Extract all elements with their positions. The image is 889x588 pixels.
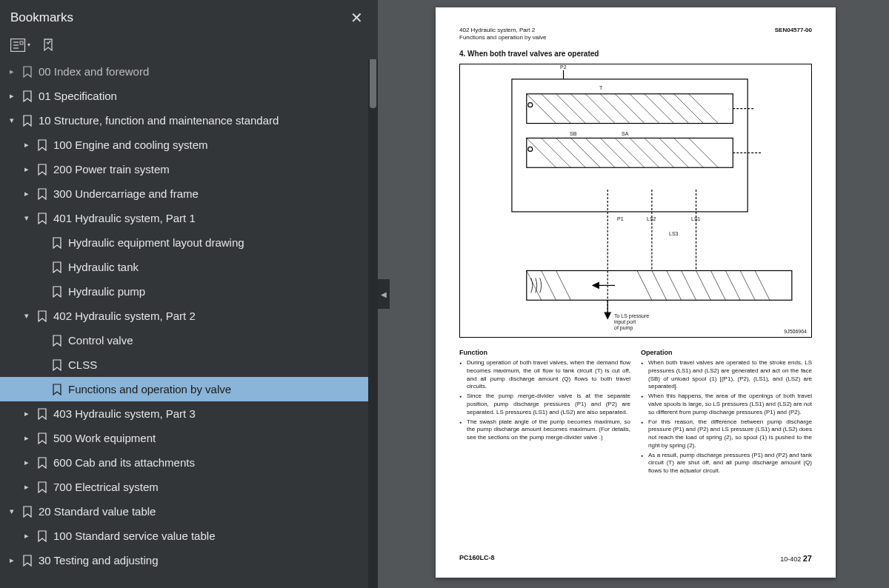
- bookmark-item[interactable]: ▾20 Standard value table: [0, 499, 370, 524]
- bookmark-item[interactable]: ▸500 Work equipment: [0, 426, 370, 450]
- bookmark-item[interactable]: ▾10 Structure, function and maintenance …: [0, 108, 370, 133]
- document-page: 402 Hydraulic system, Part 2 Functions a…: [436, 7, 836, 578]
- operation-column: Operation When both travel valves are op…: [641, 348, 812, 477]
- bookmark-item[interactable]: ▸300 Undercarriage and frame: [0, 181, 370, 206]
- svg-point-19: [528, 147, 533, 151]
- bookmark-item[interactable]: ▸700 Electrical system: [0, 475, 370, 499]
- bookmark-icon: [34, 139, 50, 151]
- bookmark-item[interactable]: ▾402 Hydraulic system, Part 2: [0, 304, 370, 328]
- bookmark-label: Functions and operation by valve: [65, 383, 231, 395]
- operation-item: For this reason, the difference between …: [641, 418, 812, 450]
- bookmark-label: CLSS: [65, 358, 97, 371]
- chevron-right-icon[interactable]: ▸: [19, 140, 34, 150]
- chevron-down-icon[interactable]: ▾: [19, 213, 34, 223]
- bookmark-icon: [19, 115, 36, 127]
- scrollbar-track[interactable]: [368, 59, 378, 588]
- bookmark-label: 402 Hydraulic system, Part 2: [50, 310, 196, 322]
- chevron-right-icon[interactable]: ▸: [4, 67, 19, 76]
- bookmark-icon: [34, 481, 50, 493]
- page-header-left: 402 Hydraulic system, Part 2 Functions a…: [459, 27, 546, 42]
- collapse-handle-icon[interactable]: ◀: [378, 279, 390, 309]
- diagram-label: SA: [622, 131, 628, 136]
- operation-item: When both travel valves are operated to …: [641, 359, 812, 391]
- bookmark-label: 100 Standard service value table: [50, 529, 215, 542]
- document-viewer: 402 Hydraulic system, Part 2 Functions a…: [378, 0, 889, 588]
- bookmark-icon: [34, 213, 50, 224]
- diagram-code: 9J506964: [784, 329, 807, 334]
- bookmark-label: Hydraulic pump: [65, 285, 145, 298]
- diagram-label: To LS pressure: [614, 313, 649, 318]
- bookmark-item[interactable]: ▾401 Hydraulic system, Part 1: [0, 206, 370, 230]
- operation-heading: Operation: [641, 348, 812, 357]
- options-icon[interactable]: [10, 39, 31, 52]
- chevron-right-icon[interactable]: ▸: [4, 555, 19, 565]
- bookmark-icon: [49, 359, 65, 371]
- page-header-line1: 402 Hydraulic system, Part 2: [459, 27, 546, 34]
- bookmark-tree: ▸00 Index and foreword▸01 Specification▾…: [0, 59, 378, 588]
- diagram-label: input port: [614, 319, 636, 324]
- bookmark-label: Hydraulic equipment layout drawing: [65, 236, 244, 249]
- diagram-label: SB: [570, 131, 576, 136]
- bookmark-item[interactable]: ▸100 Standard service value table: [0, 524, 370, 548]
- hydraulic-diagram: P2 T SB SA P1 LS2 LS1 LS3 To LS pressure…: [459, 64, 812, 338]
- bookmark-icon: [34, 310, 50, 322]
- chevron-right-icon[interactable]: ▸: [19, 164, 34, 174]
- bookmark-label: 700 Electrical system: [50, 481, 159, 493]
- bookmark-item[interactable]: ▸Hydraulic tank: [0, 255, 370, 279]
- bookmark-label: 20 Standard value table: [36, 505, 156, 518]
- chevron-right-icon[interactable]: ▸: [19, 482, 34, 492]
- bookmark-icon: [34, 432, 50, 444]
- section-title: 4. When both travel valves are operated: [459, 50, 812, 58]
- bookmark-item[interactable]: ▸403 Hydraulic system, Part 3: [0, 401, 370, 426]
- chevron-right-icon[interactable]: ▸: [19, 433, 34, 443]
- svg-marker-15: [593, 282, 599, 288]
- bookmark-item[interactable]: ▸100 Engine and cooling system: [0, 133, 370, 157]
- bookmark-icon: [19, 66, 36, 78]
- bookmark-label: 01 Specification: [36, 90, 117, 102]
- diagram-label: LS3: [669, 231, 678, 236]
- chevron-right-icon[interactable]: ▸: [19, 458, 34, 467]
- page-header: 402 Hydraulic system, Part 2 Functions a…: [459, 27, 812, 42]
- diagram-svg: [460, 64, 811, 337]
- bookmark-icon: [49, 237, 65, 249]
- bookmark-label: Control valve: [65, 334, 133, 347]
- bookmark-icon: [49, 335, 65, 347]
- page-footer: PC160LC-8 10-402 27: [459, 554, 812, 563]
- scrollbar-thumb[interactable]: [370, 59, 376, 108]
- bookmark-item[interactable]: ▸200 Power train system: [0, 157, 370, 181]
- chevron-right-icon[interactable]: ▸: [19, 409, 34, 418]
- bookmark-item[interactable]: ▸600 Cab and its attachments: [0, 450, 370, 475]
- chevron-right-icon[interactable]: ▸: [19, 189, 34, 198]
- bookmark-item[interactable]: ▸01 Specification: [0, 84, 370, 108]
- bookmark-label: 403 Hydraulic system, Part 3: [50, 407, 196, 420]
- diagram-label: P1: [617, 216, 624, 221]
- bookmark-label: 500 Work equipment: [50, 432, 156, 444]
- bookmark-icon: [34, 164, 50, 176]
- page-header-line2: Functions and operation by valve: [459, 34, 546, 41]
- bookmark-item[interactable]: ▸00 Index and foreword: [0, 59, 370, 84]
- function-list: During operation of both travel valves, …: [459, 359, 630, 442]
- close-icon[interactable]: ✕: [346, 7, 367, 28]
- bookmark-label: 30 Testing and adjusting: [36, 554, 159, 567]
- chevron-right-icon[interactable]: ▸: [19, 531, 34, 541]
- function-item: The swash plate angle of the pump become…: [459, 418, 630, 442]
- svg-marker-17: [605, 313, 610, 318]
- svg-point-18: [528, 103, 533, 107]
- diagram-label: LS2: [647, 216, 656, 221]
- svg-rect-4: [20, 41, 23, 44]
- bookmark-icon: [34, 408, 50, 420]
- bookmark-item[interactable]: ▸CLSS: [0, 353, 370, 377]
- chevron-down-icon[interactable]: ▾: [4, 507, 19, 516]
- bookmark-item[interactable]: ▸30 Testing and adjusting: [0, 548, 370, 572]
- bookmark-item[interactable]: ▸Hydraulic pump: [0, 279, 370, 304]
- bookmark-item[interactable]: ▸Control valve: [0, 328, 370, 353]
- chevron-down-icon[interactable]: ▾: [19, 311, 34, 321]
- chevron-down-icon[interactable]: ▾: [4, 116, 19, 125]
- text-columns: Function During operation of both travel…: [459, 348, 812, 477]
- diagram-label: T: [599, 85, 602, 90]
- bookmark-item[interactable]: ▸Functions and operation by valve: [0, 377, 370, 401]
- bookmark-current-icon[interactable]: [41, 39, 55, 52]
- chevron-right-icon[interactable]: ▸: [4, 91, 19, 101]
- function-column: Function During operation of both travel…: [459, 348, 630, 477]
- bookmark-item[interactable]: ▸Hydraulic equipment layout drawing: [0, 230, 370, 255]
